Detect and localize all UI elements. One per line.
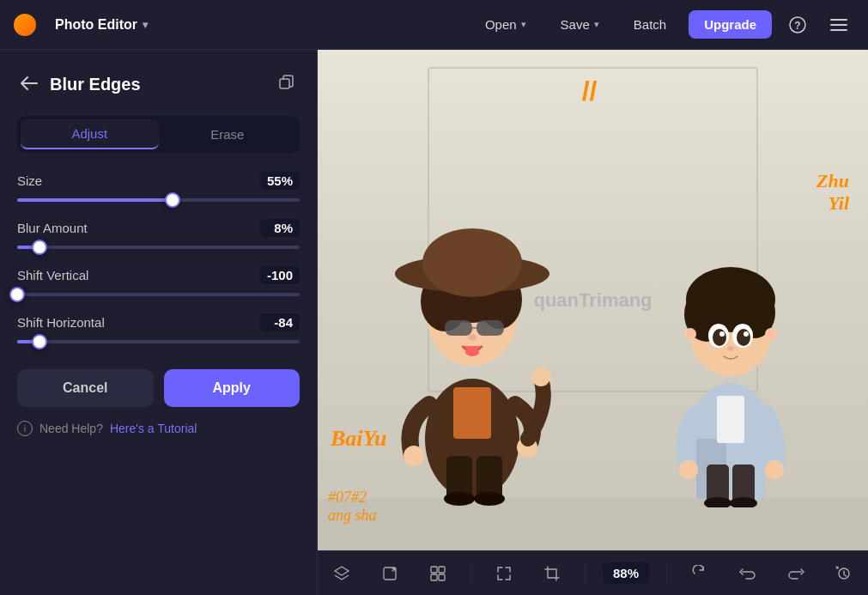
size-slider-fill (17, 198, 173, 202)
canvas-image[interactable]: // BaiYu ZhuYil #07#2ang sha (318, 50, 868, 550)
character-left (369, 112, 575, 507)
shift-vertical-value: -100 (260, 266, 300, 284)
svg-rect-55 (431, 567, 437, 573)
svg-point-52 (687, 331, 694, 337)
main-area: Blur Edges Adjust Erase Size 55% (0, 50, 868, 595)
menu-button[interactable] (823, 9, 854, 40)
blur-amount-slider[interactable] (17, 246, 300, 249)
question-circle-icon: ? (789, 16, 806, 33)
svg-point-9 (444, 492, 475, 506)
export-button[interactable] (374, 558, 405, 589)
fullscreen-button[interactable] (489, 558, 519, 589)
shift-vertical-label: Shift Vertical (17, 268, 88, 282)
left-panel: Blur Edges Adjust Erase Size 55% (0, 50, 318, 595)
size-slider[interactable] (17, 198, 300, 202)
hamburger-icon (830, 19, 847, 31)
svg-point-47 (719, 331, 725, 337)
grid-icon (429, 565, 446, 582)
size-slider-thumb[interactable] (165, 192, 180, 208)
zhu-label: ZhuYil (816, 170, 849, 215)
svg-point-35 (679, 460, 698, 479)
tab-adjust[interactable]: Adjust (21, 119, 159, 149)
crop-icon (543, 565, 561, 582)
shift-vertical-slider-group: Shift Vertical -100 (17, 266, 300, 296)
apply-button[interactable]: Apply (164, 369, 300, 407)
open-button[interactable]: Open ▾ (473, 11, 538, 38)
shift-horizontal-slider-thumb[interactable] (32, 334, 47, 349)
svg-rect-34 (717, 396, 744, 443)
help-row: i Need Help? Here's a Tutorial (17, 421, 300, 436)
blur-amount-value: 8% (260, 219, 300, 237)
svg-point-24 (468, 334, 476, 341)
panel-header: Blur Edges (17, 70, 300, 99)
back-arrow-icon (21, 76, 38, 90)
upgrade-label: Upgrade (704, 17, 756, 32)
divider-1 (470, 563, 471, 584)
tab-erase[interactable]: Erase (159, 119, 297, 149)
sparkle-1: // (582, 76, 598, 107)
svg-rect-11 (453, 387, 491, 439)
crop-button[interactable] (537, 558, 568, 589)
back-button[interactable] (17, 73, 41, 96)
svg-point-48 (744, 331, 749, 337)
rotate-icon (691, 565, 708, 582)
blur-amount-slider-group: Blur Amount 8% (17, 219, 300, 249)
save-label: Save (561, 17, 590, 32)
redo-button[interactable] (780, 558, 811, 589)
svg-point-36 (765, 460, 784, 479)
svg-point-26 (531, 367, 550, 386)
help-button[interactable]: ? (782, 9, 813, 40)
rotate-button[interactable] (684, 558, 715, 589)
shift-horizontal-label: Shift Horizontal (17, 315, 105, 330)
topbar: Photo Editor ▾ Open ▾ Save ▾ Batch Upgra… (0, 0, 868, 50)
svg-point-12 (404, 446, 424, 466)
save-button[interactable]: Save ▾ (549, 11, 611, 38)
size-value: 55% (260, 172, 300, 190)
fullscreen-icon (495, 565, 513, 582)
svg-rect-2 (830, 19, 847, 21)
shift-vertical-slider-thumb[interactable] (9, 287, 25, 302)
copy-button[interactable] (272, 70, 300, 99)
open-chevron: ▾ (521, 19, 526, 30)
bottom-toolbar: 88% (318, 550, 868, 595)
info-icon: i (17, 421, 33, 436)
shift-vertical-slider[interactable] (17, 293, 300, 296)
batch-button[interactable]: Batch (622, 11, 678, 38)
svg-rect-5 (280, 79, 289, 88)
undo-button[interactable] (732, 558, 763, 589)
save-chevron: ▾ (594, 19, 599, 30)
app-logo (14, 14, 36, 36)
svg-point-42 (698, 270, 763, 307)
blur-amount-slider-thumb[interactable] (32, 240, 47, 255)
divider-3 (666, 563, 667, 584)
app-title-button[interactable]: Photo Editor ▾ (46, 12, 156, 38)
layers-button[interactable] (326, 558, 357, 589)
svg-point-45 (713, 329, 726, 346)
history-icon (835, 565, 853, 582)
svg-point-20 (422, 228, 522, 297)
app-title-chevron: ▾ (143, 19, 148, 31)
grid-button[interactable] (422, 558, 453, 589)
svg-point-25 (465, 348, 479, 356)
upgrade-button[interactable]: Upgrade (689, 10, 772, 39)
export-icon (381, 565, 398, 582)
shift-horizontal-slider[interactable] (17, 340, 300, 343)
history-button[interactable] (829, 558, 859, 589)
svg-rect-57 (431, 574, 437, 580)
divider-2 (585, 563, 586, 584)
help-link[interactable]: Here's a Tutorial (110, 422, 197, 435)
batch-label: Batch (634, 17, 666, 32)
canvas-area: // BaiYu ZhuYil #07#2ang sha (318, 50, 868, 595)
svg-point-49 (727, 346, 734, 351)
svg-text:?: ? (794, 20, 800, 32)
svg-rect-22 (476, 320, 504, 336)
shift-horizontal-slider-group: Shift Horizontal -84 (17, 313, 300, 343)
svg-point-46 (737, 329, 750, 346)
layers-icon (333, 565, 350, 582)
svg-rect-56 (439, 567, 445, 573)
svg-point-10 (474, 492, 505, 506)
svg-rect-58 (439, 574, 445, 580)
svg-rect-3 (830, 24, 847, 26)
open-label: Open (485, 17, 517, 32)
cancel-button[interactable]: Cancel (17, 369, 154, 407)
